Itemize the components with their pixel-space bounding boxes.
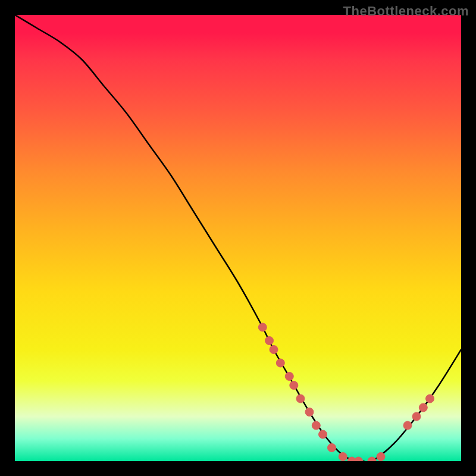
data-marker bbox=[328, 444, 336, 452]
data-marker bbox=[339, 453, 347, 461]
data-marker bbox=[285, 372, 293, 381]
data-marker bbox=[265, 337, 274, 345]
data-marker bbox=[412, 412, 421, 421]
data-marker bbox=[296, 394, 305, 403]
data-marker bbox=[426, 394, 434, 403]
data-marker bbox=[312, 421, 320, 430]
data-marker bbox=[290, 381, 298, 390]
data-marker bbox=[377, 453, 385, 461]
bottleneck-curve bbox=[15, 15, 461, 461]
data-marker bbox=[403, 421, 412, 430]
chart-container bbox=[15, 15, 461, 461]
data-marker bbox=[305, 408, 314, 416]
data-marker bbox=[368, 457, 376, 461]
data-marker bbox=[319, 430, 327, 439]
data-marker bbox=[419, 403, 427, 412]
data-markers bbox=[258, 323, 434, 461]
data-marker bbox=[258, 323, 267, 331]
watermark-text: TheBottleneck.com bbox=[343, 4, 469, 19]
data-marker bbox=[270, 346, 278, 354]
chart-svg bbox=[15, 15, 461, 461]
data-marker bbox=[276, 359, 284, 367]
data-marker bbox=[355, 457, 363, 461]
